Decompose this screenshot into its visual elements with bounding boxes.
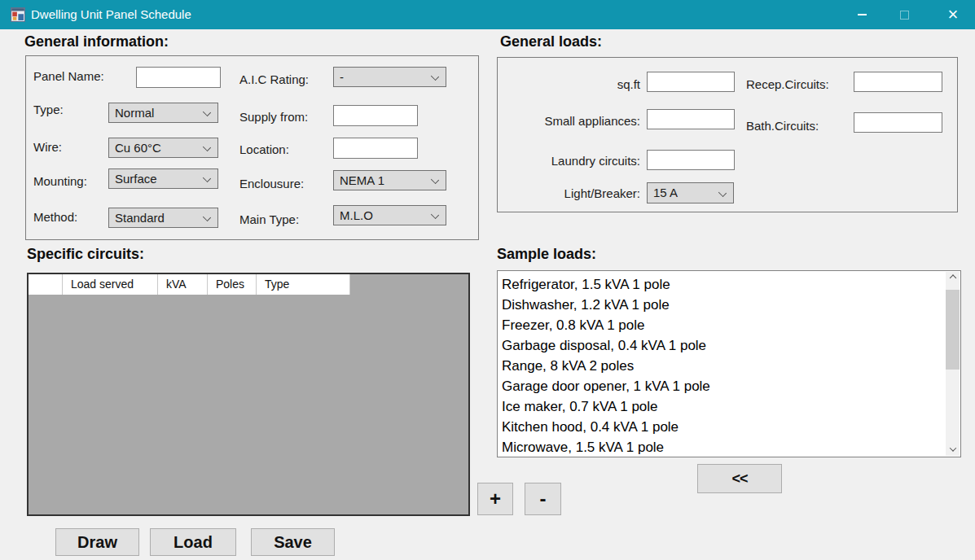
maximize-icon (900, 11, 909, 20)
aic-rating-dropdown-value: - (340, 70, 344, 84)
aic-rating-label: A.I.C Rating: (239, 72, 309, 86)
sample-loads-listbox[interactable]: Refrigerator, 1.5 kVA 1 pole Dishwasher,… (497, 270, 961, 457)
light-breaker-label: Light/Breaker: (518, 186, 640, 200)
chevron-down-icon (203, 213, 211, 221)
minimize-button[interactable] (843, 0, 881, 29)
bath-circuits-label: Bath.Circuits: (746, 119, 819, 133)
method-dropdown[interactable]: Standard (108, 208, 218, 228)
save-button[interactable]: Save (251, 528, 335, 556)
scrollbar-thumb[interactable] (946, 290, 960, 370)
bath-circuits-input[interactable] (854, 112, 942, 133)
sqft-label: sq.ft (518, 77, 640, 91)
list-item[interactable]: Refrigerator, 1.5 kVA 1 pole (498, 274, 944, 295)
app-window: Dwelling Unit Panel Schedule × General i… (0, 0, 975, 560)
remove-circuit-button[interactable]: - (525, 483, 561, 515)
list-item[interactable]: Range, 8 kVA 2 poles (498, 356, 944, 376)
mounting-dropdown-value: Surface (115, 172, 157, 186)
list-item[interactable]: Garbage disposal, 0.4 kVA 1 pole (498, 335, 944, 356)
list-item[interactable]: Garage door opener, 1 kVA 1 pole (498, 376, 944, 396)
wire-label: Wire: (33, 140, 62, 154)
laundry-circuits-label: Laundry circuits: (518, 154, 640, 168)
wire-dropdown-value: Cu 60°C (115, 141, 161, 155)
transfer-left-button[interactable]: << (697, 464, 782, 493)
list-item[interactable]: Kitchen hood, 0.4 kVA 1 pole (498, 417, 944, 437)
specific-circuits-grid[interactable]: Load served kVA Poles Type (27, 273, 470, 516)
laundry-circuits-input[interactable] (647, 150, 735, 170)
aic-rating-dropdown[interactable]: - (333, 67, 446, 87)
chevron-down-icon (431, 176, 439, 184)
main-type-dropdown[interactable]: M.L.O (333, 205, 446, 225)
sample-loads-list: Refrigerator, 1.5 kVA 1 pole Dishwasher,… (498, 274, 944, 457)
location-input[interactable] (333, 138, 418, 159)
list-item[interactable]: Freezer, 0.8 kVA 1 pole (498, 315, 944, 335)
enclosure-dropdown-value: NEMA 1 (340, 173, 384, 187)
supply-from-label: Supply from: (239, 110, 308, 124)
chevron-down-icon (203, 108, 211, 116)
light-breaker-dropdown-value: 15 A (653, 186, 678, 199)
method-label: Method: (33, 210, 77, 224)
grid-column-kva[interactable]: kVA (158, 274, 208, 295)
light-breaker-dropdown[interactable]: 15 A (647, 182, 734, 203)
general-information-heading: General information: (24, 33, 169, 50)
close-button[interactable]: × (934, 0, 972, 29)
type-dropdown-value: Normal (115, 106, 154, 120)
enclosure-dropdown[interactable]: NEMA 1 (333, 170, 446, 190)
chevron-down-icon (718, 189, 727, 197)
titlebar: Dwelling Unit Panel Schedule × (0, 0, 975, 29)
specific-circuits-heading: Specific circuits: (27, 246, 144, 263)
chevron-up-icon (949, 274, 955, 281)
small-appliances-label: Small appliances: (518, 114, 640, 128)
list-item[interactable]: Ice maker, 0.7 kVA 1 pole (498, 396, 944, 417)
chevron-down-icon (431, 211, 439, 219)
scroll-down-button[interactable] (946, 442, 960, 456)
vertical-scrollbar[interactable] (946, 272, 960, 456)
small-appliances-input[interactable] (647, 109, 735, 129)
grid-column-poles[interactable]: Poles (208, 274, 257, 295)
add-circuit-button[interactable]: + (477, 483, 513, 515)
mounting-label: Mounting: (33, 174, 87, 188)
window-title: Dwelling Unit Panel Schedule (31, 0, 191, 29)
list-item[interactable]: Dishwasher, 1.2 kVA 1 pole (498, 295, 944, 315)
chevron-down-icon (203, 143, 211, 151)
location-label: Location: (239, 142, 289, 156)
maximize-button[interactable] (885, 0, 923, 29)
chevron-down-icon (949, 444, 955, 451)
main-type-dropdown-value: M.L.O (340, 208, 373, 222)
minimize-icon (858, 14, 867, 15)
mounting-dropdown[interactable]: Surface (108, 168, 218, 189)
sample-loads-heading: Sample loads: (497, 246, 596, 263)
type-dropdown[interactable]: Normal (108, 103, 218, 123)
supply-from-input[interactable] (333, 105, 418, 126)
panel-name-label: Panel Name: (33, 69, 104, 83)
app-icon (11, 7, 25, 22)
type-label: Type: (33, 103, 64, 116)
grid-header-row: Load served kVA Poles Type (29, 274, 350, 295)
grid-row-header-cell (29, 274, 63, 295)
enclosure-label: Enclousure: (239, 177, 304, 190)
draw-button[interactable]: Draw (55, 528, 139, 556)
main-type-label: Main Type: (239, 212, 299, 226)
recep-circuits-input[interactable] (854, 72, 942, 92)
recep-circuits-label: Recep.Circuits: (746, 77, 829, 91)
load-button[interactable]: Load (150, 528, 236, 556)
chevron-down-icon (431, 72, 439, 81)
method-dropdown-value: Standard (115, 211, 165, 225)
chevron-down-icon (203, 174, 211, 182)
grid-column-load-served[interactable]: Load served (63, 274, 158, 295)
general-loads-heading: General loads: (500, 33, 602, 50)
close-icon: × (948, 0, 959, 29)
wire-dropdown[interactable]: Cu 60°C (108, 138, 218, 158)
list-item[interactable]: Microwave, 1.5 kVA 1 pole (498, 437, 944, 457)
panel-name-input[interactable] (136, 67, 221, 88)
sqft-input[interactable] (647, 72, 735, 92)
scroll-up-button[interactable] (946, 272, 960, 286)
grid-column-type[interactable]: Type (257, 274, 350, 295)
